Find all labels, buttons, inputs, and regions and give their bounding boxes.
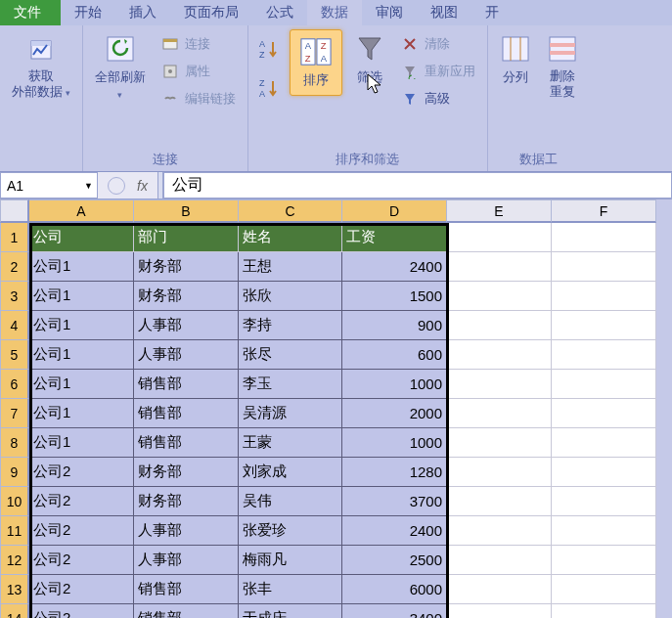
name-box[interactable]: A1 ▼ (0, 172, 98, 199)
table-cell[interactable]: 公司2 (29, 487, 134, 516)
cell[interactable] (447, 428, 552, 458)
row-header[interactable]: 11 (0, 516, 29, 546)
column-header[interactable]: D (342, 199, 447, 223)
row-header[interactable]: 1 (0, 223, 29, 252)
cell[interactable] (552, 487, 656, 516)
cell[interactable] (447, 223, 552, 252)
cell[interactable] (552, 516, 656, 546)
properties-button[interactable]: 属性 (157, 61, 240, 82)
column-header[interactable]: B (134, 199, 239, 223)
cell[interactable] (447, 546, 552, 575)
row-header[interactable]: 10 (0, 487, 29, 516)
cell[interactable] (552, 546, 656, 575)
table-cell[interactable]: 张爱珍 (239, 516, 342, 546)
edit-links-button[interactable]: 编辑链接 (157, 88, 240, 110)
row-header[interactable]: 5 (0, 340, 29, 370)
table-cell[interactable]: 900 (342, 311, 447, 340)
connections-button[interactable]: 连接 (157, 33, 240, 55)
cell[interactable] (447, 399, 552, 428)
cell[interactable] (447, 575, 552, 604)
row-header[interactable]: 8 (0, 428, 29, 458)
table-cell[interactable]: 李玉 (239, 370, 342, 399)
cell[interactable] (447, 516, 552, 546)
column-header[interactable]: E (447, 199, 552, 223)
table-cell[interactable]: 公司1 (29, 370, 134, 399)
tab-insert[interactable]: 插入 (115, 0, 170, 25)
table-cell[interactable]: 销售部 (134, 370, 239, 399)
table-cell[interactable]: 销售部 (134, 575, 239, 604)
tab-dev[interactable]: 开 (471, 0, 513, 25)
row-header[interactable]: 9 (0, 458, 29, 487)
get-external-data-button[interactable]: 获取 外部数据 ▾ (8, 29, 74, 103)
table-cell[interactable]: 公司1 (29, 340, 134, 370)
tab-review[interactable]: 审阅 (362, 0, 417, 25)
table-cell[interactable]: 吴清源 (239, 399, 342, 428)
table-header-cell[interactable]: 部门 (134, 223, 239, 252)
table-cell[interactable]: 梅雨凡 (239, 546, 342, 575)
column-header[interactable]: F (552, 199, 656, 223)
cell[interactable] (552, 311, 656, 340)
table-cell[interactable]: 2500 (342, 546, 447, 575)
tab-data[interactable]: 数据 (307, 0, 362, 25)
reapply-button[interactable]: 重新应用 (397, 61, 479, 82)
row-header[interactable]: 13 (0, 575, 29, 604)
table-cell[interactable]: 刘家成 (239, 458, 342, 487)
cell[interactable] (552, 370, 656, 399)
dropdown-arrow-icon[interactable]: ▼ (84, 181, 93, 191)
cells-area[interactable]: 公司部门姓名工资公司1财务部王想2400公司1财务部张欣1500公司1人事部李持… (29, 223, 656, 618)
table-header-cell[interactable]: 姓名 (239, 223, 342, 252)
row-header[interactable]: 14 (0, 604, 29, 618)
cell[interactable] (552, 340, 656, 370)
tab-home[interactable]: 开始 (61, 0, 115, 25)
cell[interactable] (447, 487, 552, 516)
table-cell[interactable]: 公司1 (29, 399, 134, 428)
table-cell[interactable]: 公司2 (29, 546, 134, 575)
column-header[interactable]: A (29, 199, 134, 223)
cell[interactable] (552, 575, 656, 604)
cell[interactable] (552, 604, 656, 618)
row-header[interactable]: 3 (0, 282, 29, 311)
table-cell[interactable]: 张尽 (239, 340, 342, 370)
row-header[interactable]: 12 (0, 546, 29, 575)
table-cell[interactable]: 于成庆 (239, 604, 342, 618)
cell[interactable] (447, 311, 552, 340)
cell[interactable] (447, 604, 552, 618)
filter-button[interactable]: 筛选 (350, 29, 389, 90)
sort-desc-button[interactable]: ZA (256, 76, 282, 102)
row-header[interactable]: 2 (0, 252, 29, 282)
table-cell[interactable]: 公司2 (29, 575, 134, 604)
cell[interactable] (447, 340, 552, 370)
fx-icon[interactable]: fx (137, 178, 148, 194)
table-cell[interactable]: 财务部 (134, 458, 239, 487)
table-cell[interactable]: 人事部 (134, 516, 239, 546)
cell[interactable] (447, 370, 552, 399)
table-cell[interactable]: 公司1 (29, 282, 134, 311)
row-header[interactable]: 6 (0, 370, 29, 399)
table-cell[interactable]: 李持 (239, 311, 342, 340)
clear-filter-button[interactable]: 清除 (397, 33, 479, 55)
cell[interactable] (552, 428, 656, 458)
table-cell[interactable]: 公司2 (29, 604, 134, 618)
table-cell[interactable]: 财务部 (134, 282, 239, 311)
table-cell[interactable]: 公司2 (29, 516, 134, 546)
table-cell[interactable]: 销售部 (134, 399, 239, 428)
table-cell[interactable]: 吴伟 (239, 487, 342, 516)
row-header[interactable]: 7 (0, 399, 29, 428)
cell[interactable] (447, 252, 552, 282)
cell[interactable] (552, 399, 656, 428)
select-all-corner[interactable] (0, 199, 29, 223)
table-cell[interactable]: 王想 (239, 252, 342, 282)
formula-bar[interactable]: 公司 (163, 172, 672, 199)
remove-duplicates-button[interactable]: 删除 重复 (543, 29, 582, 103)
cell[interactable] (447, 458, 552, 487)
cell[interactable] (447, 282, 552, 311)
advanced-filter-button[interactable]: 高级 (397, 88, 479, 110)
sort-asc-button[interactable]: AZ (256, 37, 282, 63)
table-cell[interactable]: 3700 (342, 487, 447, 516)
table-cell[interactable]: 销售部 (134, 604, 239, 618)
table-cell[interactable]: 张欣 (239, 282, 342, 311)
row-header[interactable]: 4 (0, 311, 29, 340)
table-cell[interactable]: 销售部 (134, 428, 239, 458)
table-cell[interactable]: 公司1 (29, 428, 134, 458)
table-cell[interactable]: 公司2 (29, 458, 134, 487)
